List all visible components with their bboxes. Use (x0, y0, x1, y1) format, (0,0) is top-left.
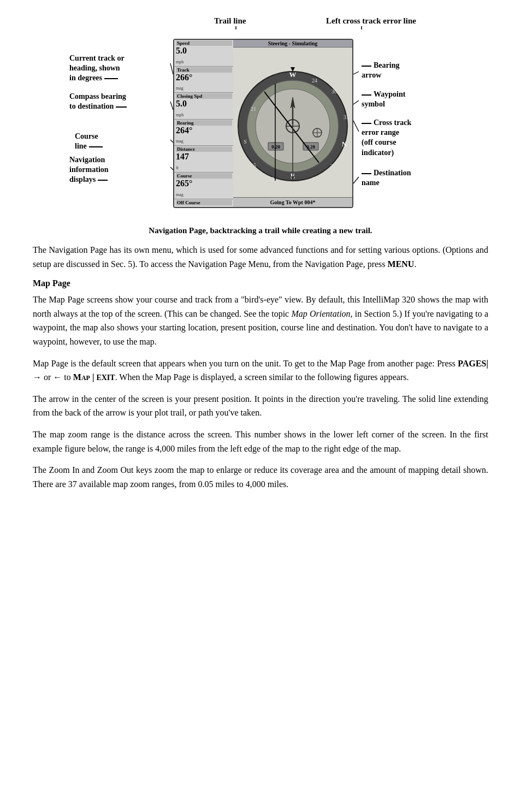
bearing-arrow-annotation: Bearing arrow (362, 61, 399, 80)
compass-area: Steering - Simulating W S (233, 40, 352, 207)
svg-text:0.20: 0.20 (271, 144, 280, 150)
data-panel: Speed 5.0 mph Track 266° mag Closing Spd… (174, 40, 234, 207)
pages-bold: PAGES| (458, 359, 488, 368)
map-page-p4: The map zoom range is the distance acros… (33, 428, 488, 455)
map-orientation-italic: Map Orientation (291, 309, 350, 318)
left-annotations: Current track or heading, shown in degre… (69, 31, 179, 205)
svg-text:S: S (244, 139, 247, 145)
off-course-field: Off Course 5 R ft (174, 199, 234, 208)
svg-text:21: 21 (251, 106, 256, 112)
svg-text:33: 33 (344, 114, 349, 120)
svg-text:W: W (289, 70, 296, 79)
status-bar: Going To Wpt 004* (233, 197, 352, 207)
compass-bearing-annotation: Compass bearing to destination (69, 92, 127, 111)
map-exit-bold: MAP | EXIT (73, 372, 115, 382)
waypoint-symbol-annotation: Waypoint symbol (362, 90, 405, 109)
compass-svg: W S 24 30 33 N 3 6 12 15 (234, 62, 352, 193)
svg-text:N: N (342, 140, 347, 148)
track-field: Track 266° mag (174, 67, 234, 93)
map-page-p3: The arrow in the center of the screen is… (33, 392, 488, 420)
svg-text:6: 6 (312, 176, 315, 182)
bearing-field: Bearing 264° mag (174, 120, 234, 146)
closing-spd-field: Closing Spd 5.0 mph (174, 93, 234, 120)
top-connector-lines (69, 16, 452, 29)
diagram-section: Trail line Left cross track error line C… (33, 16, 488, 216)
compass-display: W S 24 30 33 N 3 6 12 15 (233, 48, 352, 207)
speed-field: Speed 5.0 mph (174, 40, 234, 67)
map-page-p1: The Map Page screens show your course an… (33, 293, 488, 348)
svg-text:24: 24 (312, 78, 317, 84)
svg-text:15: 15 (251, 162, 256, 168)
course-field: Course 265° mag (174, 173, 234, 199)
destination-name-annotation: Destination name (362, 168, 411, 188)
right-annotations: Bearing arrow Waypoint symbol Cross trac… (356, 31, 452, 205)
figure-caption: Navigation Page, backtracking a trail wh… (33, 226, 488, 235)
intro-paragraph: The Navigation Page has its own menu, wh… (33, 243, 488, 271)
svg-text:30: 30 (331, 88, 337, 94)
diagram-inner: Current track or heading, shown in degre… (69, 31, 452, 216)
map-page-p5: The Zoom In and Zoom Out keys zoom the m… (33, 463, 488, 491)
distance-field: Distance 147 ft (174, 146, 234, 173)
course-line-annotation: Course line (75, 132, 103, 151)
gps-device: Speed 5.0 mph Track 266° mag Closing Spd… (173, 39, 353, 208)
map-page-heading: Map Page (33, 278, 488, 288)
svg-text:12: 12 (269, 176, 274, 182)
svg-text:3: 3 (330, 163, 333, 169)
map-page-p2: Map Page is the default screen that appe… (33, 357, 488, 384)
cross-track-annotation: Cross track error range (off course indi… (362, 118, 411, 158)
current-track-annotation: Current track or heading, shown in degre… (69, 54, 125, 84)
steering-banner: Steering - Simulating (233, 40, 352, 48)
menu-bold: MENU (388, 259, 415, 269)
nav-info-annotation: Navigation information displays (69, 155, 109, 185)
